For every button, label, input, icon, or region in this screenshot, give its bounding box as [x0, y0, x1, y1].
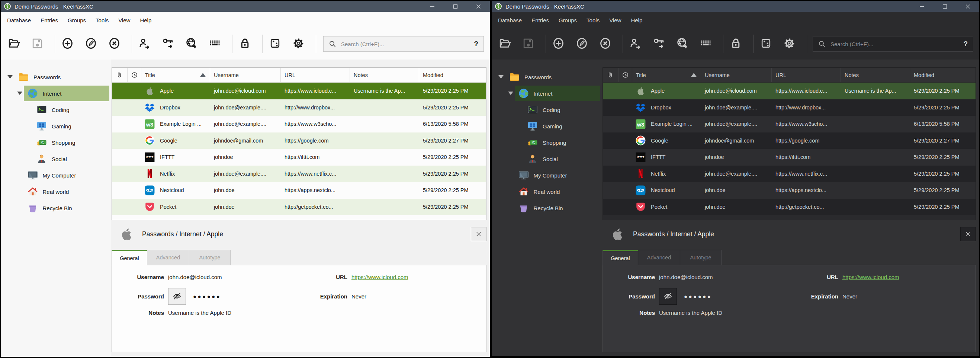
entry-row-pocket[interactable]: Pocketjohn.doehttp://getpocket.co...5/29…: [603, 199, 975, 216]
tab-autotype[interactable]: Autotype: [680, 250, 722, 265]
titlebar[interactable]: Demo Passwords - KeePassXC: [1, 1, 490, 12]
perform-autotype-button[interactable]: [208, 36, 222, 52]
entry-row-nextcloud[interactable]: Nextcloudjohn.doehttps://apps.nextclo...…: [603, 182, 975, 199]
menu-groups[interactable]: Groups: [554, 17, 582, 24]
sidebar-item-recycle-bin[interactable]: Recycle Bin: [492, 200, 602, 216]
column-attachment[interactable]: [603, 68, 619, 82]
close-preview-button[interactable]: [471, 227, 487, 241]
tab-advanced[interactable]: Advanced: [147, 250, 189, 265]
search-input[interactable]: Search (Ctrl+F)... ?: [323, 36, 484, 52]
toggle-password-visibility-button[interactable]: [659, 288, 677, 305]
sidebar-item-internet[interactable]: Internet: [492, 85, 602, 102]
sidebar-item-real-world[interactable]: Real world: [1, 184, 111, 200]
column-username[interactable]: Username: [210, 68, 281, 82]
tab-general[interactable]: General: [603, 250, 638, 265]
close-preview-button[interactable]: [960, 227, 976, 241]
sidebar-item-coding[interactable]: Coding: [492, 102, 602, 118]
entry-row-dropbox[interactable]: Dropboxjohn.doe@example....http://www.dr…: [112, 99, 486, 116]
menu-help[interactable]: Help: [135, 17, 156, 24]
sidebar-item-passwords[interactable]: Passwords: [492, 69, 602, 85]
entry-row-google[interactable]: Googlejohndoe@gmail.comhttps://google.co…: [603, 133, 975, 149]
copy-password-button[interactable]: [161, 36, 175, 52]
menu-tools[interactable]: Tools: [91, 17, 113, 24]
close-button[interactable]: [467, 1, 490, 12]
entry-row-nextcloud[interactable]: Nextcloudjohn.doehttps://apps.nextclo...…: [112, 182, 486, 199]
tree-expand-arrow-icon[interactable]: [8, 75, 13, 78]
url-value-link[interactable]: https://www.icloud.com: [842, 274, 899, 280]
menu-tools[interactable]: Tools: [582, 17, 605, 24]
copy-username-button[interactable]: [137, 36, 151, 52]
copy-password-button[interactable]: [652, 36, 666, 52]
menu-entries[interactable]: Entries: [36, 17, 63, 24]
sidebar-item-social[interactable]: Social: [1, 151, 111, 167]
menu-entries[interactable]: Entries: [527, 17, 554, 24]
edit-entry-button[interactable]: [84, 36, 98, 52]
sidebar-item-shopping[interactable]: 1Shopping: [492, 134, 602, 151]
tab-autotype[interactable]: Autotype: [189, 250, 231, 265]
minimize-button[interactable]: [910, 1, 933, 12]
sidebar-item-coding[interactable]: Coding: [1, 102, 111, 118]
open-database-button[interactable]: [498, 36, 512, 52]
menu-database[interactable]: Database: [493, 17, 527, 24]
sidebar-item-my-computer[interactable]: My Computer: [492, 167, 602, 184]
minimize-button[interactable]: [421, 1, 444, 12]
save-database-button[interactable]: [30, 36, 44, 52]
entry-row-netflix[interactable]: Netflixjohn.doe@example....https://www.n…: [112, 166, 486, 182]
sidebar-item-real-world[interactable]: Real world: [492, 184, 602, 200]
edit-entry-button[interactable]: [574, 36, 589, 52]
open-url-button[interactable]: [675, 36, 689, 52]
tree-expand-arrow-icon[interactable]: [17, 91, 22, 95]
column-url[interactable]: URL: [772, 68, 841, 82]
entry-row-example-login[interactable]: w3Example Login ...john.doe@example....h…: [603, 116, 975, 133]
column-expiry[interactable]: [127, 68, 141, 82]
delete-entry-button[interactable]: [598, 36, 612, 52]
tab-general[interactable]: General: [111, 250, 147, 265]
entry-row-apple[interactable]: Applejohn.doe@icloud.comhttps://www.iclo…: [603, 83, 975, 99]
column-username[interactable]: Username: [701, 68, 772, 82]
entry-row-ifttt[interactable]: IFTTTIFTTTjohndoehttps://ifttt.com5/29/2…: [603, 149, 975, 166]
lock-database-button[interactable]: [729, 36, 743, 52]
column-notes[interactable]: Notes: [350, 68, 419, 82]
sidebar-item-my-computer[interactable]: My Computer: [1, 167, 111, 184]
search-help-button[interactable]: ?: [474, 40, 478, 48]
entry-row-example-login[interactable]: w3Example Login ...john.doe@example....h…: [112, 116, 486, 133]
column-notes[interactable]: Notes: [841, 68, 910, 82]
sidebar-item-recycle-bin[interactable]: Recycle Bin: [1, 200, 111, 216]
column-modified[interactable]: Modified: [910, 68, 975, 82]
toggle-password-visibility-button[interactable]: [168, 288, 186, 305]
entry-row-netflix[interactable]: Netflixjohn.doe@example....https://www.n…: [603, 166, 975, 182]
sidebar-item-gaming[interactable]: Gaming: [1, 118, 111, 134]
entry-row-pocket[interactable]: Pocketjohn.doehttp://getpocket.co...5/29…: [112, 199, 486, 216]
search-input[interactable]: Search (Ctrl+F)... ?: [813, 36, 973, 52]
column-url[interactable]: URL: [281, 68, 350, 82]
lock-database-button[interactable]: [238, 36, 252, 52]
maximize-button[interactable]: [933, 1, 956, 12]
sidebar-item-internet[interactable]: Internet: [1, 85, 111, 102]
open-database-button[interactable]: [7, 36, 21, 52]
menu-groups[interactable]: Groups: [63, 17, 91, 24]
entry-row-apple[interactable]: Applejohn.doe@icloud.comhttps://www.iclo…: [112, 83, 486, 99]
tree-expand-arrow-icon[interactable]: [508, 91, 513, 95]
entry-row-ifttt[interactable]: IFTTTIFTTTjohndoehttps://ifttt.com5/29/2…: [112, 149, 486, 166]
entry-row-google[interactable]: Googlejohndoe@gmail.comhttps://google.co…: [112, 133, 486, 149]
settings-button[interactable]: [291, 36, 305, 52]
column-modified[interactable]: Modified: [419, 68, 486, 82]
entry-row-dropbox[interactable]: Dropboxjohn.doe@example....http://www.dr…: [603, 99, 975, 116]
password-generator-button[interactable]: [268, 36, 282, 52]
column-title[interactable]: Title: [632, 68, 701, 82]
maximize-button[interactable]: [444, 1, 467, 12]
sidebar-item-shopping[interactable]: 1Shopping: [1, 134, 111, 151]
menu-view[interactable]: View: [113, 17, 135, 24]
add-entry-button[interactable]: [60, 36, 75, 52]
add-entry-button[interactable]: [551, 36, 565, 52]
search-help-button[interactable]: ?: [963, 40, 968, 48]
sidebar-item-passwords[interactable]: Passwords: [1, 69, 111, 85]
sidebar-item-gaming[interactable]: Gaming: [492, 118, 602, 134]
copy-username-button[interactable]: [628, 36, 642, 52]
column-title[interactable]: Title: [141, 68, 210, 82]
perform-autotype-button[interactable]: [698, 36, 713, 52]
url-value-link[interactable]: https://www.icloud.com: [352, 274, 408, 280]
settings-button[interactable]: [782, 36, 796, 52]
titlebar[interactable]: Demo Passwords - KeePassXC: [492, 1, 979, 12]
column-attachment[interactable]: [112, 68, 127, 82]
